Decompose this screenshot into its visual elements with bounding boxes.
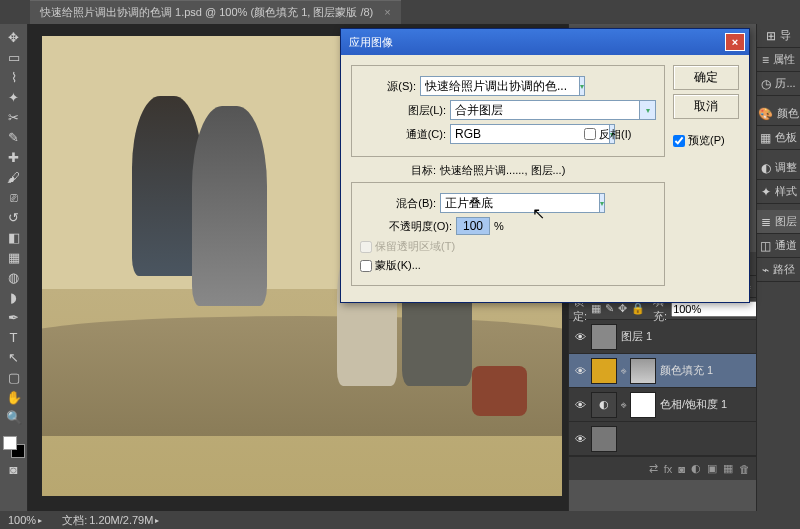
marquee-tool[interactable]: ▭ bbox=[3, 48, 25, 66]
navigator-icon: ⊞ bbox=[766, 29, 776, 43]
lock-pixel-icon[interactable]: ✎ bbox=[605, 302, 614, 315]
tools-panel: ✥ ▭ ⌇ ✦ ✂ ✎ ✚ 🖌 ⎚ ↺ ◧ ▦ ◍ ◗ ✒ T ↖ ▢ ✋ 🔍 … bbox=[0, 24, 28, 511]
tab-swatches[interactable]: ▦色板 bbox=[757, 126, 800, 150]
wand-tool[interactable]: ✦ bbox=[3, 88, 25, 106]
doc-size: 1.20M/2.79M bbox=[89, 514, 153, 526]
layer-select[interactable] bbox=[450, 100, 640, 120]
stamp-tool[interactable]: ⎚ bbox=[3, 188, 25, 206]
dialog-titlebar[interactable]: 应用图像 × bbox=[341, 29, 749, 55]
tab-layers[interactable]: ≣图层 bbox=[757, 210, 800, 234]
layer-row[interactable]: 👁 bbox=[569, 422, 756, 456]
layer-thumb[interactable]: ◐ bbox=[591, 392, 617, 418]
trash-icon[interactable]: 🗑 bbox=[739, 463, 750, 475]
lasso-tool[interactable]: ⌇ bbox=[3, 68, 25, 86]
link-layers-icon[interactable]: ⇄ bbox=[649, 462, 658, 475]
move-tool[interactable]: ✥ bbox=[3, 28, 25, 46]
gradient-tool[interactable]: ▦ bbox=[3, 248, 25, 266]
zoom-tool[interactable]: 🔍 bbox=[3, 408, 25, 426]
channels-icon: ◫ bbox=[760, 239, 771, 253]
apply-image-dialog: 应用图像 × 源(S): ▾ 图层(L): ▾ 通道(C): ▾ 反相(I) bbox=[340, 28, 750, 303]
tab-navigator[interactable]: ⊞导 bbox=[757, 24, 800, 48]
brush-tool[interactable]: 🖌 bbox=[3, 168, 25, 186]
styles-icon: ✦ bbox=[761, 185, 771, 199]
tab-properties[interactable]: ≡属性 bbox=[757, 48, 800, 72]
heal-tool[interactable]: ✚ bbox=[3, 148, 25, 166]
blend-label: 混合(B): bbox=[360, 196, 436, 211]
chevron-down-icon[interactable]: ▾ bbox=[580, 76, 585, 96]
invert-checkbox[interactable]: 反相(I) bbox=[584, 127, 631, 142]
layer-label: 图层(L): bbox=[390, 103, 446, 118]
tab-styles[interactable]: ✦样式 bbox=[757, 180, 800, 204]
layer-row[interactable]: 👁 ⎆ 颜色填充 1 bbox=[569, 354, 756, 388]
blend-select[interactable] bbox=[440, 193, 600, 213]
blur-tool[interactable]: ◍ bbox=[3, 268, 25, 286]
mask-icon[interactable]: ◙ bbox=[678, 463, 685, 475]
eyedropper-tool[interactable]: ✎ bbox=[3, 128, 25, 146]
tab-paths[interactable]: ⌁路径 bbox=[757, 258, 800, 282]
paths-icon: ⌁ bbox=[762, 263, 769, 277]
layer-thumb[interactable] bbox=[591, 324, 617, 350]
lock-pos-icon[interactable]: ✥ bbox=[618, 302, 627, 315]
type-tool[interactable]: T bbox=[3, 328, 25, 346]
layer-thumb[interactable] bbox=[591, 426, 617, 452]
path-tool[interactable]: ↖ bbox=[3, 348, 25, 366]
opacity-label: 不透明度(O): bbox=[360, 219, 452, 234]
eraser-tool[interactable]: ◧ bbox=[3, 228, 25, 246]
preview-checkbox[interactable]: 预览(P) bbox=[673, 133, 739, 148]
pen-tool[interactable]: ✒ bbox=[3, 308, 25, 326]
layer-name: 颜色填充 1 bbox=[660, 363, 713, 378]
adjustments-icon: ◐ bbox=[761, 161, 771, 175]
history-icon: ◷ bbox=[761, 77, 771, 91]
shape-tool[interactable]: ▢ bbox=[3, 368, 25, 386]
tab-color[interactable]: 🎨颜色 bbox=[757, 102, 800, 126]
swatches-icon: ▦ bbox=[760, 131, 771, 145]
color-swatches[interactable] bbox=[3, 436, 25, 458]
crop-tool[interactable]: ✂ bbox=[3, 108, 25, 126]
source-select[interactable] bbox=[420, 76, 580, 96]
fg-color-swatch[interactable] bbox=[3, 436, 17, 450]
quickmask-tool[interactable]: ◙ bbox=[3, 460, 25, 478]
layers-icon: ≣ bbox=[761, 215, 771, 229]
document-tab[interactable]: 快速给照片调出协调的色调 1.psd @ 100% (颜色填充 1, 图层蒙版 … bbox=[30, 0, 401, 24]
layer-mask-thumb[interactable] bbox=[630, 392, 656, 418]
layer-thumb[interactable] bbox=[591, 358, 617, 384]
lock-all-icon[interactable]: 🔒 bbox=[631, 302, 645, 315]
tab-close-icon[interactable]: × bbox=[384, 6, 390, 18]
fx-icon[interactable]: fx bbox=[664, 463, 673, 475]
dialog-close-button[interactable]: × bbox=[725, 33, 745, 51]
history-brush-tool[interactable]: ↺ bbox=[3, 208, 25, 226]
chevron-icon[interactable]: ▸ bbox=[38, 516, 42, 525]
chevron-icon[interactable]: ▸ bbox=[155, 516, 159, 525]
ok-button[interactable]: 确定 bbox=[673, 65, 739, 90]
dodge-tool[interactable]: ◗ bbox=[3, 288, 25, 306]
visibility-icon[interactable]: 👁 bbox=[573, 433, 587, 445]
properties-icon: ≡ bbox=[762, 53, 769, 67]
new-layer-icon[interactable]: ▦ bbox=[723, 462, 733, 475]
chevron-down-icon[interactable]: ▾ bbox=[600, 193, 605, 213]
color-icon: 🎨 bbox=[758, 107, 773, 121]
adjust-icon[interactable]: ◐ bbox=[691, 462, 701, 475]
layer-name: 色相/饱和度 1 bbox=[660, 397, 727, 412]
tab-title: 快速给照片调出协调的色调 1.psd @ 100% (颜色填充 1, 图层蒙版 … bbox=[40, 6, 373, 18]
target-value: 快速给照片调......, 图层...) bbox=[440, 163, 565, 178]
chevron-down-icon[interactable]: ▾ bbox=[640, 100, 656, 120]
opacity-input[interactable] bbox=[456, 217, 490, 235]
target-label: 目标: bbox=[411, 163, 436, 178]
visibility-icon[interactable]: 👁 bbox=[573, 399, 587, 411]
layer-mask-thumb[interactable] bbox=[630, 358, 656, 384]
cancel-button[interactable]: 取消 bbox=[673, 94, 739, 119]
link-icon: ⎆ bbox=[621, 400, 626, 410]
group-icon[interactable]: ▣ bbox=[707, 462, 717, 475]
link-icon: ⎆ bbox=[621, 366, 626, 376]
layer-row[interactable]: 👁 ◐ ⎆ 色相/饱和度 1 bbox=[569, 388, 756, 422]
zoom-level[interactable]: 100% bbox=[8, 514, 36, 526]
mask-checkbox[interactable]: 蒙版(K)... bbox=[360, 258, 421, 273]
tab-adjustments[interactable]: ◐调整 bbox=[757, 156, 800, 180]
lock-trans-icon[interactable]: ▦ bbox=[591, 302, 601, 315]
layer-row[interactable]: 👁 图层 1 bbox=[569, 320, 756, 354]
tab-channels[interactable]: ◫通道 bbox=[757, 234, 800, 258]
visibility-icon[interactable]: 👁 bbox=[573, 365, 587, 377]
visibility-icon[interactable]: 👁 bbox=[573, 331, 587, 343]
hand-tool[interactable]: ✋ bbox=[3, 388, 25, 406]
tab-history[interactable]: ◷历... bbox=[757, 72, 800, 96]
